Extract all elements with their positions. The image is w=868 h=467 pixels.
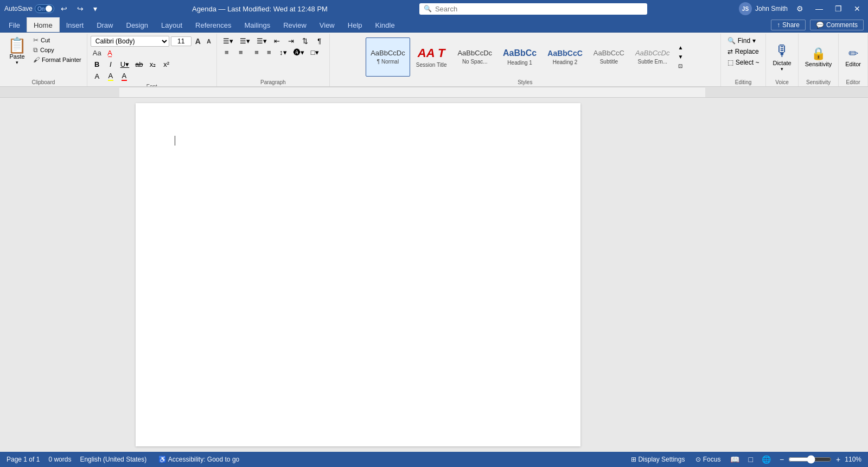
tab-view[interactable]: View (313, 17, 341, 32)
zoom-area: − + 110% (777, 454, 861, 465)
copy-button[interactable]: ⧉ Copy (31, 46, 84, 54)
replace-button[interactable]: ⇄ Replace (724, 47, 762, 56)
settings-icon[interactable]: ⚙ (793, 3, 807, 14)
underline-button[interactable]: U▾ (118, 59, 132, 70)
tab-draw[interactable]: Draw (90, 17, 119, 32)
change-case-button[interactable]: Aa (91, 48, 104, 58)
tab-review[interactable]: Review (277, 17, 313, 32)
tab-insert[interactable]: Insert (60, 17, 91, 32)
undo-button[interactable]: ↩ (58, 3, 71, 14)
style-subtle-em[interactable]: AaBbCcDc Subtle Em... (630, 37, 675, 77)
font-family-select[interactable]: Calibri (Body) (91, 36, 169, 47)
zoom-in-button[interactable]: + (834, 454, 843, 465)
zoom-level: 110% (845, 456, 861, 463)
tab-file[interactable]: File (2, 17, 27, 32)
cut-button[interactable]: ✂ Cut (31, 36, 84, 45)
autosave-toggle[interactable]: On (35, 4, 54, 13)
style-heading2[interactable]: AaBbCcC Heading 2 (542, 37, 588, 77)
align-right-button[interactable]: ≡ (248, 47, 261, 58)
redo-button[interactable]: ↪ (74, 3, 87, 14)
comments-button[interactable]: 💬 Comments (810, 20, 864, 30)
styles-scroll-up-button[interactable]: ▲ (677, 43, 685, 52)
style-heading1-preview: AaBbCc (503, 48, 537, 59)
zoom-out-button[interactable]: − (777, 454, 786, 465)
dictate-dropdown-arrow: ▾ (781, 66, 783, 72)
font-color-row: A A A (91, 71, 131, 82)
format-painter-button[interactable]: 🖌 Format Painter (31, 55, 84, 64)
focus-button[interactable]: ⊙ Focus (692, 455, 724, 464)
align-center-button[interactable]: ≡ (234, 47, 247, 58)
tab-help[interactable]: Help (341, 17, 369, 32)
shading-button[interactable]: 🅐▾ (291, 47, 307, 58)
sensitivity-button[interactable]: 🔒 Sensitivity (802, 45, 835, 70)
customize-quick-access-button[interactable]: ▾ (90, 3, 100, 14)
style-subtitle-label: Subtitle (600, 59, 618, 65)
web-layout-button[interactable]: 🌐 (760, 454, 773, 465)
page-area[interactable] (11, 98, 705, 452)
select-button[interactable]: ⬚ Select ~ (724, 58, 763, 67)
document-page[interactable] (136, 103, 580, 446)
ruler-main (119, 87, 705, 97)
style-normal[interactable]: AaBbCcDc ¶ Normal (366, 37, 410, 77)
justify-button[interactable]: ≡ (263, 47, 276, 58)
text-highlight-button[interactable]: A (104, 71, 117, 82)
tab-home[interactable]: Home (27, 17, 60, 32)
restore-button[interactable]: ❐ (832, 3, 845, 14)
search-bar[interactable]: 🔍 (419, 3, 647, 15)
sensitivity-icon: 🔒 (811, 47, 826, 61)
subscript-button[interactable]: x₂ (146, 59, 159, 70)
superscript-button[interactable]: x² (160, 59, 173, 70)
read-mode-button[interactable]: 📖 (728, 454, 742, 465)
styles-expand-button[interactable]: ⊡ (677, 62, 685, 70)
font-shrink-button[interactable]: A (205, 37, 213, 46)
clear-formatting-button[interactable]: A̲ (105, 48, 114, 58)
share-button[interactable]: ↑ Share (771, 20, 806, 30)
style-session-title[interactable]: AA T Session Title (411, 37, 452, 77)
styles-scroll-down-button[interactable]: ▼ (677, 53, 685, 61)
tab-references[interactable]: References (189, 17, 238, 32)
strikethrough-button[interactable]: ab (132, 59, 145, 70)
accessibility-button[interactable]: ♿ Accessibility: Good to go (155, 455, 242, 464)
numbering-button[interactable]: ☰▾ (237, 36, 253, 46)
find-button[interactable]: 🔍 Find ▾ (724, 36, 759, 46)
display-settings-button[interactable]: ⊞ Display Settings (628, 455, 688, 464)
autosave-label: AutoSave (4, 5, 33, 12)
font-color-icon: A (120, 72, 128, 81)
increase-indent-button[interactable]: ⇥ (285, 36, 298, 46)
sort-button[interactable]: ⇅ (299, 36, 312, 46)
italic-button[interactable]: I (104, 59, 117, 70)
editor-button[interactable]: ✏ Editor (842, 45, 864, 70)
font-size-input[interactable] (171, 36, 192, 46)
decrease-indent-button[interactable]: ⇤ (271, 36, 284, 46)
paste-dropdown-arrow[interactable]: ▾ (16, 60, 18, 65)
dictate-button[interactable]: 🎙 Dictate ▾ (769, 40, 794, 74)
tab-layout[interactable]: Layout (155, 17, 189, 32)
align-left-button[interactable]: ≡ (220, 47, 233, 58)
font-color-button[interactable]: A (118, 71, 131, 82)
tab-kindle[interactable]: Kindle (369, 17, 401, 32)
ruler-left (0, 87, 119, 97)
bold-button[interactable]: B (91, 59, 104, 70)
borders-button[interactable]: □▾ (308, 47, 322, 58)
text-effects-button[interactable]: A (91, 71, 104, 81)
style-subtitle[interactable]: AaBbCcC Subtitle (589, 37, 629, 77)
line-spacing-button[interactable]: ↕▾ (277, 47, 290, 58)
font-grow-button[interactable]: A (193, 36, 203, 47)
paste-button[interactable]: 📋 Paste ▾ (3, 36, 31, 67)
close-button[interactable]: ✕ (851, 3, 864, 14)
tab-mailings[interactable]: Mailings (238, 17, 277, 32)
style-heading2-preview: AaBbCcC (547, 48, 583, 58)
editor-group: ✏ Editor Editor (839, 34, 868, 86)
minimize-button[interactable]: — (812, 3, 826, 14)
search-input[interactable] (435, 5, 643, 13)
bullets-button[interactable]: ☰▾ (220, 36, 236, 46)
style-no-spacing[interactable]: AaBbCcDc No Spac... (452, 37, 497, 77)
multilevel-list-button[interactable]: ☰▾ (254, 36, 270, 46)
tab-design[interactable]: Design (120, 17, 155, 32)
zoom-slider[interactable] (788, 455, 832, 464)
print-layout-button[interactable]: □ (746, 454, 755, 465)
user-area[interactable]: JS John Smith (739, 2, 788, 15)
style-heading1[interactable]: AaBbCc Heading 1 (498, 37, 541, 77)
document-title: Agenda — Last Modified: Wed at 12:48 PM (192, 5, 328, 13)
show-marks-button[interactable]: ¶ (313, 36, 326, 46)
